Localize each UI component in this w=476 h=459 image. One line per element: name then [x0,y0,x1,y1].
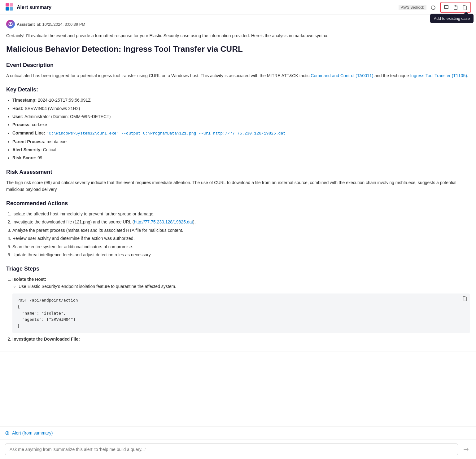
recommended-actions-heading: Recommended Actions [6,199,470,208]
detail-severity: Alert Severity: Critical [12,146,470,153]
alert-tag-label: Alert (from summary) [12,430,53,435]
main-heading: Malicious Behavior Detection: Ingress To… [6,44,470,55]
app-header: Alert summary AWS Bedrock [0,0,476,15]
event-description-heading: Event Description [6,61,470,70]
triage-steps-heading: Triage Steps [6,264,470,273]
detail-process: Process: curl.exe [12,121,470,128]
action-4: Review user activity and determine if th… [12,235,470,242]
action-6: Update threat intelligence feeds and adj… [12,251,470,258]
copy-code-button[interactable] [462,296,467,302]
triage-step-2: Investigate the Downloaded File: [12,336,470,342]
svg-rect-0 [6,3,9,7]
svg-rect-3 [10,7,13,11]
chat-area: Assistant at: 10/25/2024, 3:00:39 PM Cer… [0,15,476,426]
code-block-1: POST /api/endpoint/action { "name": "iso… [12,293,470,333]
triage-steps-list: Isolate the Host: Use Elastic Security's… [12,276,470,342]
bottom-section: ⊕ Alert (from summary) [0,426,476,459]
source-url-link[interactable]: http://77.75.230.128/19825.dat [134,219,193,224]
assistant-name: Assistant [17,22,35,27]
copy-to-clipboard-button[interactable] [461,3,469,12]
detail-host: Host: SRVWIN04 (Windows 21H2) [12,105,470,112]
tooltip: Add to existing case [430,14,474,23]
header-left: Alert summary [5,2,51,12]
message-body: Certainly! I'll evaluate the event and p… [6,32,470,342]
detail-user: User: Administrator (Domain: OMM-WIN-DET… [12,113,470,120]
assistant-message: Assistant at: 10/25/2024, 3:00:39 PM Cer… [0,15,476,351]
recommended-actions-list: Isolate the affected host immediately to… [12,210,470,258]
refresh-button[interactable] [429,3,438,12]
detail-risk-score: Risk Score: 99 [12,154,470,161]
chat-action-button[interactable] [442,3,451,12]
risk-assessment-heading: Risk Assessment [6,168,470,177]
main-content: Assistant at: 10/25/2024, 3:00:39 PM Cer… [0,15,476,459]
assistant-header: Assistant at: 10/25/2024, 3:00:39 PM [6,20,470,29]
aws-badge: AWS Bedrock [399,5,426,10]
action-buttons-group: Add to existing case [440,2,471,13]
action-1: Isolate the affected host immediately to… [12,210,470,217]
action-2: Investigate the downloaded file (121.png… [12,218,470,225]
header-right: AWS Bedrock Add to existing [399,2,471,13]
chat-input[interactable] [5,444,458,455]
detail-timestamp: Timestamp: 2024-10-25T17:59:56.091Z [12,97,470,104]
svg-rect-1 [10,3,13,7]
detail-cmdline: Command Line: "C:\Windows\System32\curl.… [12,130,470,137]
input-area [0,440,476,459]
triage-step-1-bullet: Use Elastic Security's endpoint isolatio… [19,283,470,290]
send-button[interactable] [461,444,471,454]
logo [5,2,14,12]
svg-rect-2 [6,7,9,11]
risk-assessment-text: The high risk score (99) and critical se… [6,179,470,193]
add-to-case-button[interactable] [451,3,460,12]
event-description-text: A critical alert has been triggered for … [6,72,470,79]
key-details-heading: Key Details: [6,85,470,94]
detail-parent-process: Parent Process: mshta.exe [12,138,470,145]
action-5: Scan the entire system for additional in… [12,243,470,250]
assistant-timestamp: at: 10/25/2024, 3:00:39 PM [37,22,85,27]
code-content: POST /api/endpoint/action { "name": "iso… [17,297,465,329]
key-details-list: Timestamp: 2024-10-25T17:59:56.091Z Host… [12,97,470,161]
intro-text: Certainly! I'll evaluate the event and p… [6,32,470,39]
action-3: Analyze the parent process (mshta.exe) a… [12,227,470,234]
alert-tag-add-icon[interactable]: ⊕ [5,430,10,436]
mitre-technique-link[interactable]: Ingress Tool Transfer (T1105) [410,73,467,78]
mitre-tactic-link[interactable]: Command and Control (TA0011) [311,73,373,78]
svg-point-5 [10,23,11,24]
assistant-avatar [6,20,15,29]
alert-tag-row: ⊕ Alert (from summary) [0,426,476,440]
page-title: Alert summary [17,5,51,10]
triage-step-1: Isolate the Host: Use Elastic Security's… [12,276,470,333]
